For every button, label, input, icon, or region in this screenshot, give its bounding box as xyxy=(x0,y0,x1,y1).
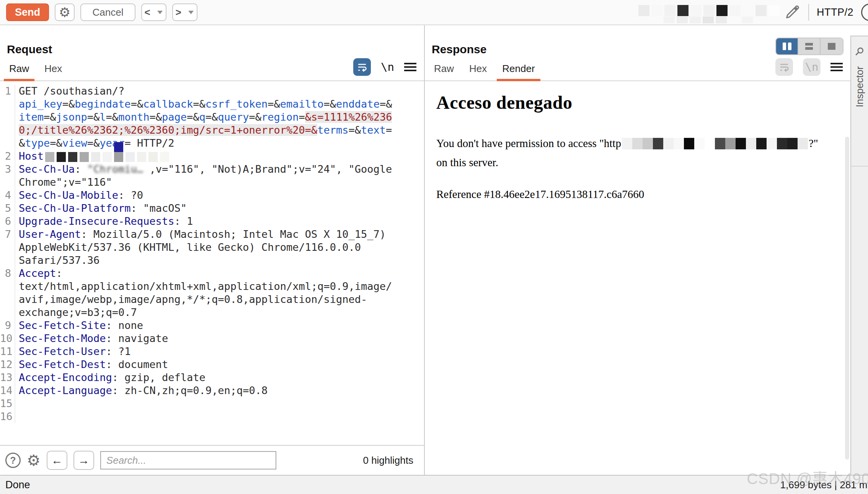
search-settings-icon[interactable]: ⚙ xyxy=(27,453,41,468)
show-newlines-toggle[interactable]: \n xyxy=(381,61,394,74)
layout-rows-button[interactable] xyxy=(798,38,821,54)
request-line-text[interactable]: Accept: text/html,application/xhtml+xml,… xyxy=(15,267,424,319)
request-line-text[interactable]: Sec-Fetch-Site: none xyxy=(15,319,424,332)
chevron-left-icon: < xyxy=(141,7,153,18)
search-input[interactable] xyxy=(100,451,276,469)
request-tab-raw[interactable]: Raw xyxy=(3,63,35,80)
search-help-icon[interactable]: ? xyxy=(5,453,21,468)
request-line: 13Accept-Encoding: gzip, deflate xyxy=(0,371,424,384)
main-split: Request RawHex \n 1GET /southasian/?api_… xyxy=(0,25,868,475)
request-editor[interactable]: 1GET /southasian/?api_key=&begindate=&ca… xyxy=(0,81,424,445)
render-body: You don't have permission to access "htt… xyxy=(436,134,827,172)
request-line: 4Sec-Ch-Ua-Mobile: ?0 xyxy=(0,189,424,202)
line-number: 8 xyxy=(0,267,15,319)
request-line: 9Sec-Fetch-Site: none xyxy=(0,319,424,332)
request-search-bar: ? ⚙ ← → 0 highlights xyxy=(0,445,424,475)
chevron-right-icon: > xyxy=(172,7,184,18)
request-line-text[interactable]: Host xyxy=(15,150,424,163)
response-scrollbar[interactable] xyxy=(845,137,849,460)
send-button[interactable]: Send xyxy=(6,3,49,21)
request-title: Request xyxy=(7,43,424,56)
next-match-button[interactable]: → xyxy=(73,451,94,470)
layout-switch xyxy=(775,38,844,55)
help-icon[interactable] xyxy=(861,3,868,21)
line-number: 7 xyxy=(0,228,15,267)
request-line: 16 xyxy=(0,410,424,423)
line-number: 14 xyxy=(0,384,15,397)
word-wrap-toggle-disabled[interactable] xyxy=(775,58,793,76)
request-line-text[interactable]: Sec-Ch-Ua-Mobile: ?0 xyxy=(15,189,424,202)
request-line-text[interactable]: Sec-Fetch-Dest: document xyxy=(15,358,424,371)
request-line-text[interactable] xyxy=(15,397,424,410)
request-menu-icon[interactable] xyxy=(404,63,416,71)
response-tab-hex[interactable]: Hex xyxy=(463,63,493,80)
request-line-text[interactable]: Accept-Encoding: gzip, deflate xyxy=(15,371,424,384)
status-done: Done xyxy=(5,479,30,491)
request-line: 8Accept: text/html,application/xhtml+xml… xyxy=(0,267,424,319)
gear-icon: ⚙ xyxy=(59,6,70,19)
previous-match-button[interactable]: ← xyxy=(47,451,67,470)
status-bar: Done 1,699 bytes | 281 mil xyxy=(0,475,868,494)
request-line: 6Upgrade-Insecure-Requests: 1 xyxy=(0,215,424,228)
response-menu-icon[interactable] xyxy=(830,63,843,71)
line-number: 11 xyxy=(0,345,15,358)
show-newlines-toggle-disabled[interactable]: \n xyxy=(803,58,821,76)
render-reference: Reference #18.46ee2e17.1695138117.c6a766… xyxy=(436,188,827,201)
request-line-text[interactable] xyxy=(15,410,424,423)
wrap-lines-icon xyxy=(778,61,790,73)
line-number: 6 xyxy=(0,215,15,228)
response-tab-bar: RawHexRender \n xyxy=(425,61,850,81)
protocol-label[interactable]: HTTP/2 xyxy=(817,7,853,18)
request-line: 3Sec-Ch-Ua: "Chromiu… ,v="116", "Not)A;B… xyxy=(0,163,424,189)
line-number: 9 xyxy=(0,319,15,332)
request-line-text[interactable]: Sec-Fetch-Mode: navigate xyxy=(15,332,424,345)
line-number: 3 xyxy=(0,163,15,189)
request-line: 12Sec-Fetch-Dest: document xyxy=(0,358,424,371)
request-line: 11Sec-Fetch-User: ?1 xyxy=(0,345,424,358)
status-bytes: 1,699 bytes | 281 mil xyxy=(780,479,868,491)
line-number: 4 xyxy=(0,189,15,202)
cancel-button[interactable]: Cancel xyxy=(80,3,135,21)
line-number: 15 xyxy=(0,397,15,410)
request-line: 10Sec-Fetch-Mode: navigate xyxy=(0,332,424,345)
redacted-value xyxy=(45,152,171,162)
forward-button[interactable]: > xyxy=(172,3,197,21)
word-wrap-toggle[interactable] xyxy=(353,58,371,76)
request-line-text[interactable]: Sec-Fetch-User: ?1 xyxy=(15,345,424,358)
render-heading: Acceso denegado xyxy=(436,92,827,113)
caret-down-icon[interactable] xyxy=(188,11,194,14)
request-tab-hex[interactable]: Hex xyxy=(38,63,68,80)
request-line-text[interactable]: Upgrade-Insecure-Requests: 1 xyxy=(15,215,424,228)
send-settings-button[interactable]: ⚙ xyxy=(55,3,75,21)
line-number: 5 xyxy=(0,202,15,215)
request-line-text[interactable]: GET /southasian/?api_key=&begindate=&cal… xyxy=(15,85,424,150)
request-line: 7User-Agent: Mozilla/5.0 (Macintosh; Int… xyxy=(0,228,424,267)
redacted-target-info xyxy=(638,1,776,23)
redacted-url xyxy=(622,138,808,149)
response-tab-raw[interactable]: Raw xyxy=(428,63,460,80)
caret-down-icon[interactable] xyxy=(157,11,163,14)
line-number: 10 xyxy=(0,332,15,345)
layout-columns-button[interactable] xyxy=(776,38,798,54)
response-panel: Response RawHexRender \n Acce xyxy=(425,25,850,475)
inspector-icon xyxy=(855,46,865,56)
top-toolbar: Send ⚙ Cancel < > HTTP/2 xyxy=(0,0,868,25)
line-number: 12 xyxy=(0,358,15,371)
request-line-text[interactable]: Sec-Ch-Ua-Platform: "macOS" xyxy=(15,202,424,215)
request-panel: Request RawHex \n 1GET /southasian/?api_… xyxy=(0,25,425,475)
edit-pencil-icon[interactable] xyxy=(784,4,801,21)
line-number: 1 xyxy=(0,85,15,150)
request-line: 5Sec-Ch-Ua-Platform: "macOS" xyxy=(0,202,424,215)
line-number: 13 xyxy=(0,371,15,384)
request-line-text[interactable]: Accept-Language: zh-CN,zh;q=0.9,en;q=0.8 xyxy=(15,384,424,397)
request-line-text[interactable]: Sec-Ch-Ua: "Chromiu… ,v="116", "Not)A;Br… xyxy=(15,163,424,189)
layout-single-button[interactable] xyxy=(821,38,843,54)
request-line: 2Host xyxy=(0,150,424,163)
highlights-count: 0 highlights xyxy=(363,455,413,466)
inspector-sidebar[interactable]: Inspector xyxy=(850,36,868,475)
wrap-lines-icon xyxy=(356,61,368,73)
response-tab-render[interactable]: Render xyxy=(496,63,541,80)
back-button[interactable]: < xyxy=(141,3,166,21)
request-line-text[interactable]: User-Agent: Mozilla/5.0 (Macintosh; Inte… xyxy=(15,228,424,267)
request-line: 14Accept-Language: zh-CN,zh;q=0.9,en;q=0… xyxy=(0,384,424,397)
